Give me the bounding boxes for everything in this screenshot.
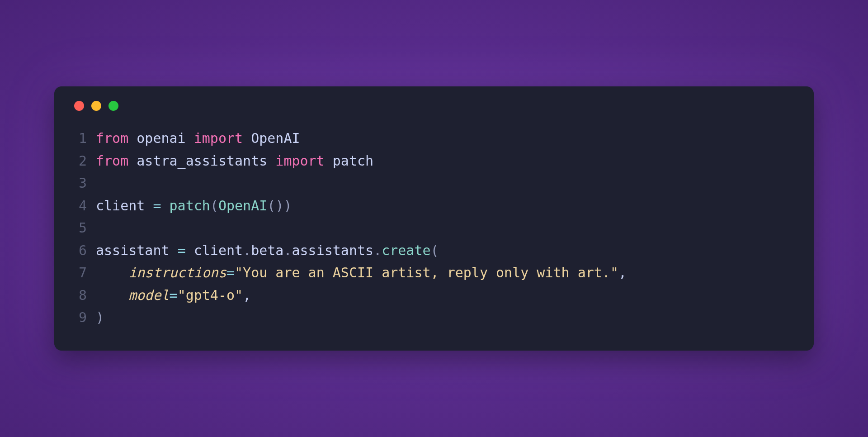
- code-line-7: 7 instructions="You are an ASCII artist,…: [72, 261, 796, 284]
- code-content: 1 from openai import OpenAI 2 from astra…: [72, 127, 796, 329]
- import-name: patch: [333, 153, 373, 169]
- dot: .: [283, 242, 292, 258]
- keyword-from: from: [96, 130, 128, 146]
- code-line-9: 9 ): [72, 306, 796, 329]
- close-icon[interactable]: [74, 101, 84, 111]
- object: client: [194, 242, 243, 258]
- line-content: model="gpt4-o",: [96, 284, 251, 307]
- line-number: 2: [72, 150, 87, 172]
- import-name: OpenAI: [251, 130, 300, 146]
- line-number: 9: [72, 306, 87, 329]
- line-content: assistant = client.beta.assistants.creat…: [96, 239, 439, 262]
- line-content: client = patch(OpenAI()): [96, 195, 292, 217]
- parameter-name: model: [128, 287, 169, 303]
- operator-equals: =: [153, 198, 161, 214]
- operator-equals: =: [226, 265, 235, 280]
- keyword-import: import: [275, 153, 324, 169]
- code-line-5: 5: [72, 217, 796, 239]
- indent: [96, 265, 128, 280]
- paren-close: ): [96, 309, 104, 325]
- code-line-2: 2 from astra_assistants import patch: [72, 150, 796, 172]
- paren-close: ): [283, 198, 292, 214]
- variable: assistant: [96, 242, 170, 258]
- parameter-name: instructions: [128, 265, 226, 280]
- dot: .: [243, 242, 251, 258]
- code-line-3: 3: [72, 172, 796, 195]
- operator-equals: =: [170, 287, 178, 303]
- variable: client: [96, 198, 145, 214]
- line-content: ): [96, 306, 104, 329]
- line-number: 5: [72, 217, 87, 239]
- line-number: 6: [72, 239, 87, 262]
- line-content: from astra_assistants import patch: [96, 150, 373, 172]
- dot: .: [373, 242, 382, 258]
- code-window: 1 from openai import OpenAI 2 from astra…: [54, 86, 814, 351]
- operator-equals: =: [178, 242, 186, 258]
- line-number: 1: [72, 127, 87, 150]
- keyword-import: import: [194, 130, 243, 146]
- paren-open: (: [431, 242, 439, 258]
- line-number: 7: [72, 261, 87, 284]
- indent: [96, 287, 128, 303]
- maximize-icon[interactable]: [108, 101, 118, 111]
- minimize-icon[interactable]: [91, 101, 101, 111]
- string-literal: "gpt4-o": [178, 287, 243, 303]
- paren-open: (: [267, 198, 275, 214]
- function-call: patch: [170, 198, 210, 214]
- code-line-1: 1 from openai import OpenAI: [72, 127, 796, 150]
- attribute: assistants: [292, 242, 374, 258]
- code-line-4: 4 client = patch(OpenAI()): [72, 195, 796, 217]
- method-call: create: [382, 242, 430, 258]
- line-content: instructions="You are an ASCII artist, r…: [96, 261, 627, 284]
- line-content: from openai import OpenAI: [96, 127, 300, 150]
- code-line-8: 8 model="gpt4-o",: [72, 284, 796, 307]
- comma: ,: [243, 287, 251, 303]
- paren-open: (: [210, 198, 218, 214]
- comma: ,: [618, 265, 627, 280]
- line-number: 8: [72, 284, 87, 307]
- code-line-6: 6 assistant = client.beta.assistants.cre…: [72, 239, 796, 262]
- line-number: 4: [72, 195, 87, 217]
- paren-close: ): [275, 198, 283, 214]
- window-controls: [72, 101, 796, 111]
- class-name: OpenAI: [218, 198, 267, 214]
- string-literal: "You are an ASCII artist, reply only wit…: [235, 265, 618, 280]
- module-name: openai: [137, 130, 185, 146]
- line-number: 3: [72, 172, 87, 195]
- attribute: beta: [251, 242, 283, 258]
- keyword-from: from: [96, 153, 128, 169]
- module-name: astra_assistants: [137, 153, 267, 169]
